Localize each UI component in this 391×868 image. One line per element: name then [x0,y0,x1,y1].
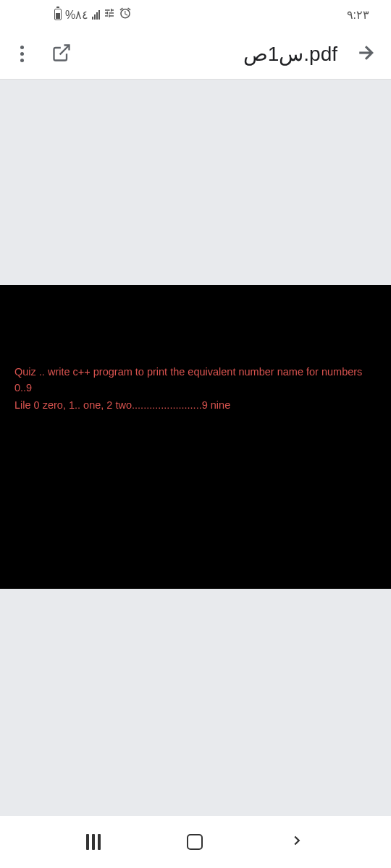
document-title: س1ص.pdf [243,42,337,66]
settings-mini-icon [104,7,115,22]
android-nav-bar [0,816,391,868]
quiz-line-1: Quiz .. write c++ program to print the e… [14,365,377,396]
nav-home-icon[interactable] [187,834,203,850]
battery-icon [54,9,62,20]
quiz-line-2: Lile 0 zero, 1.. one, 2 two.............… [14,398,377,414]
nav-back-icon[interactable] [289,833,305,851]
nav-recent-icon[interactable] [86,834,101,850]
alarm-icon [119,7,132,22]
status-time: ٩:٢٣ [347,8,369,22]
status-bar: %٨٤ ٩:٢٣ [0,0,391,29]
open-external-icon[interactable] [51,43,72,66]
app-bar: س1ص.pdf [0,29,391,80]
status-left: %٨٤ [54,7,132,22]
more-options-icon[interactable] [14,40,30,68]
battery-percent: %٨٤ [65,8,88,22]
svg-line-0 [60,45,70,54]
pdf-content-area[interactable]: Quiz .. write c++ program to print the e… [0,80,391,816]
back-arrow-icon[interactable] [355,42,377,67]
signal-icon [92,9,100,20]
pdf-slide: Quiz .. write c++ program to print the e… [0,285,391,589]
